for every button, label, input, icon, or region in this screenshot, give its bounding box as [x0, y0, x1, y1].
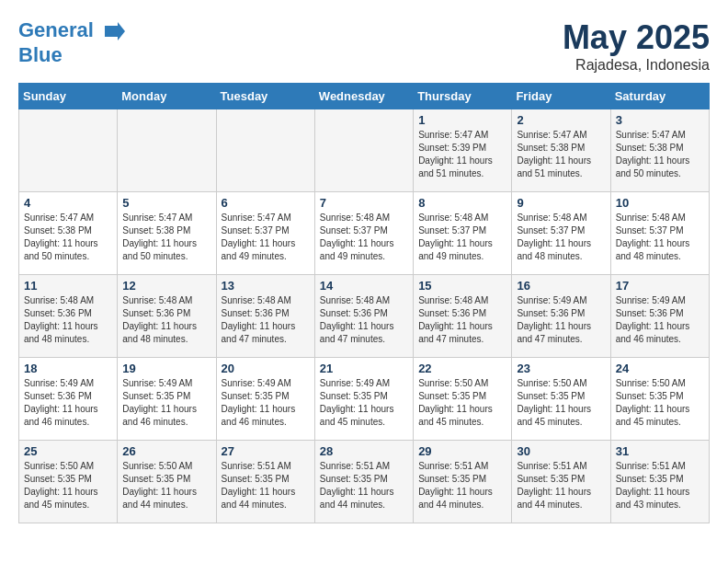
- calendar-cell: 20Sunrise: 5:49 AM Sunset: 5:35 PM Dayli…: [216, 358, 314, 441]
- day-info: Sunrise: 5:49 AM Sunset: 5:36 PM Dayligh…: [24, 377, 112, 429]
- calendar-cell: 5Sunrise: 5:47 AM Sunset: 5:38 PM Daylig…: [118, 192, 216, 275]
- logo-text: General: [18, 18, 127, 44]
- calendar-cell: [216, 109, 314, 192]
- calendar-cell: [314, 109, 413, 192]
- day-info: Sunrise: 5:48 AM Sunset: 5:36 PM Dayligh…: [222, 294, 310, 346]
- week-row-4: 25Sunrise: 5:50 AM Sunset: 5:35 PM Dayli…: [19, 441, 710, 523]
- day-number: 30: [517, 444, 605, 458]
- day-number: 5: [122, 196, 210, 210]
- day-number: 10: [616, 196, 704, 210]
- logo: General Blue: [18, 18, 127, 66]
- day-number: 22: [418, 362, 506, 375]
- day-number: 29: [418, 444, 506, 458]
- day-number: 8: [418, 196, 506, 210]
- day-number: 19: [122, 362, 210, 375]
- week-row-3: 18Sunrise: 5:49 AM Sunset: 5:36 PM Dayli…: [19, 358, 710, 441]
- day-info: Sunrise: 5:48 AM Sunset: 5:36 PM Dayligh…: [320, 294, 408, 346]
- calendar-table: SundayMondayTuesdayWednesdayThursdayFrid…: [18, 83, 710, 523]
- title-block: May 2025 Rajadesa, Indonesia: [563, 18, 710, 74]
- calendar-cell: 16Sunrise: 5:49 AM Sunset: 5:36 PM Dayli…: [512, 275, 610, 358]
- calendar-cell: 3Sunrise: 5:47 AM Sunset: 5:38 PM Daylig…: [610, 109, 709, 192]
- day-header-thursday: Thursday: [414, 84, 512, 109]
- day-info: Sunrise: 5:47 AM Sunset: 5:38 PM Dayligh…: [616, 129, 704, 180]
- day-number: 18: [24, 362, 112, 375]
- svg-marker-0: [105, 22, 125, 40]
- day-number: 23: [517, 362, 605, 375]
- day-header-monday: Monday: [118, 84, 216, 109]
- day-header-sunday: Sunday: [19, 84, 118, 109]
- day-number: 3: [616, 113, 704, 127]
- day-info: Sunrise: 5:50 AM Sunset: 5:35 PM Dayligh…: [616, 377, 704, 429]
- day-info: Sunrise: 5:51 AM Sunset: 5:35 PM Dayligh…: [616, 460, 704, 511]
- week-row-2: 11Sunrise: 5:48 AM Sunset: 5:36 PM Dayli…: [19, 275, 710, 358]
- day-info: Sunrise: 5:51 AM Sunset: 5:35 PM Dayligh…: [418, 460, 506, 511]
- day-number: 20: [222, 362, 310, 375]
- day-info: Sunrise: 5:48 AM Sunset: 5:37 PM Dayligh…: [616, 212, 704, 263]
- calendar-cell: 7Sunrise: 5:48 AM Sunset: 5:37 PM Daylig…: [314, 192, 413, 275]
- day-number: 1: [418, 113, 506, 127]
- calendar-cell: 24Sunrise: 5:50 AM Sunset: 5:35 PM Dayli…: [610, 358, 709, 441]
- day-header-friday: Friday: [512, 84, 610, 109]
- day-info: Sunrise: 5:49 AM Sunset: 5:36 PM Dayligh…: [517, 294, 605, 346]
- calendar-cell: 26Sunrise: 5:50 AM Sunset: 5:35 PM Dayli…: [118, 441, 216, 523]
- day-number: 24: [616, 362, 704, 375]
- day-header-wednesday: Wednesday: [314, 84, 413, 109]
- day-info: Sunrise: 5:48 AM Sunset: 5:36 PM Dayligh…: [122, 294, 210, 346]
- day-info: Sunrise: 5:50 AM Sunset: 5:35 PM Dayligh…: [122, 460, 210, 511]
- day-info: Sunrise: 5:48 AM Sunset: 5:36 PM Dayligh…: [418, 294, 506, 346]
- calendar-cell: 17Sunrise: 5:49 AM Sunset: 5:36 PM Dayli…: [610, 275, 709, 358]
- calendar-cell: 10Sunrise: 5:48 AM Sunset: 5:37 PM Dayli…: [610, 192, 709, 275]
- day-header-tuesday: Tuesday: [216, 84, 314, 109]
- day-info: Sunrise: 5:47 AM Sunset: 5:37 PM Dayligh…: [222, 212, 310, 263]
- calendar-cell: 2Sunrise: 5:47 AM Sunset: 5:38 PM Daylig…: [512, 109, 610, 192]
- calendar-cell: 28Sunrise: 5:51 AM Sunset: 5:35 PM Dayli…: [314, 441, 413, 523]
- calendar-cell: 1Sunrise: 5:47 AM Sunset: 5:39 PM Daylig…: [414, 109, 512, 192]
- day-number: 15: [418, 279, 506, 293]
- day-info: Sunrise: 5:48 AM Sunset: 5:37 PM Dayligh…: [517, 212, 605, 263]
- day-number: 13: [222, 279, 310, 293]
- day-number: 9: [517, 196, 605, 210]
- day-info: Sunrise: 5:48 AM Sunset: 5:36 PM Dayligh…: [24, 294, 112, 346]
- calendar-cell: 31Sunrise: 5:51 AM Sunset: 5:35 PM Dayli…: [610, 441, 709, 523]
- calendar-cell: 4Sunrise: 5:47 AM Sunset: 5:38 PM Daylig…: [19, 192, 118, 275]
- calendar-cell: 14Sunrise: 5:48 AM Sunset: 5:36 PM Dayli…: [314, 275, 413, 358]
- calendar-cell: 15Sunrise: 5:48 AM Sunset: 5:36 PM Dayli…: [414, 275, 512, 358]
- calendar-cell: 29Sunrise: 5:51 AM Sunset: 5:35 PM Dayli…: [414, 441, 512, 523]
- day-number: 21: [320, 362, 408, 375]
- day-info: Sunrise: 5:49 AM Sunset: 5:35 PM Dayligh…: [320, 377, 408, 429]
- day-info: Sunrise: 5:47 AM Sunset: 5:38 PM Dayligh…: [24, 212, 112, 263]
- day-info: Sunrise: 5:47 AM Sunset: 5:39 PM Dayligh…: [418, 129, 506, 180]
- day-number: 16: [517, 279, 605, 293]
- calendar-header-row: SundayMondayTuesdayWednesdayThursdayFrid…: [19, 84, 710, 109]
- day-number: 31: [616, 444, 704, 458]
- day-number: 25: [24, 444, 112, 458]
- day-info: Sunrise: 5:50 AM Sunset: 5:35 PM Dayligh…: [418, 377, 506, 429]
- day-number: 2: [517, 113, 605, 127]
- month-title: May 2025: [563, 18, 710, 57]
- day-info: Sunrise: 5:47 AM Sunset: 5:38 PM Dayligh…: [122, 212, 210, 263]
- day-number: 12: [122, 279, 210, 293]
- calendar-cell: 21Sunrise: 5:49 AM Sunset: 5:35 PM Dayli…: [314, 358, 413, 441]
- week-row-0: 1Sunrise: 5:47 AM Sunset: 5:39 PM Daylig…: [19, 109, 710, 192]
- day-info: Sunrise: 5:47 AM Sunset: 5:38 PM Dayligh…: [517, 129, 605, 180]
- calendar-cell: 13Sunrise: 5:48 AM Sunset: 5:36 PM Dayli…: [216, 275, 314, 358]
- day-number: 4: [24, 196, 112, 210]
- day-number: 17: [616, 279, 704, 293]
- calendar-cell: [19, 109, 118, 192]
- day-info: Sunrise: 5:50 AM Sunset: 5:35 PM Dayligh…: [24, 460, 112, 511]
- logo-general: General: [18, 18, 94, 41]
- logo-icon: [101, 18, 127, 44]
- day-number: 26: [122, 444, 210, 458]
- calendar-cell: 9Sunrise: 5:48 AM Sunset: 5:37 PM Daylig…: [512, 192, 610, 275]
- calendar-cell: 6Sunrise: 5:47 AM Sunset: 5:37 PM Daylig…: [216, 192, 314, 275]
- day-number: 28: [320, 444, 408, 458]
- day-info: Sunrise: 5:49 AM Sunset: 5:35 PM Dayligh…: [122, 377, 210, 429]
- week-row-1: 4Sunrise: 5:47 AM Sunset: 5:38 PM Daylig…: [19, 192, 710, 275]
- calendar-cell: 23Sunrise: 5:50 AM Sunset: 5:35 PM Dayli…: [512, 358, 610, 441]
- day-header-saturday: Saturday: [610, 84, 709, 109]
- calendar-cell: 25Sunrise: 5:50 AM Sunset: 5:35 PM Dayli…: [19, 441, 118, 523]
- day-info: Sunrise: 5:49 AM Sunset: 5:35 PM Dayligh…: [222, 377, 310, 429]
- page-header: General Blue May 2025 Rajadesa, Indonesi…: [18, 18, 710, 74]
- day-number: 27: [222, 444, 310, 458]
- day-info: Sunrise: 5:48 AM Sunset: 5:37 PM Dayligh…: [320, 212, 408, 263]
